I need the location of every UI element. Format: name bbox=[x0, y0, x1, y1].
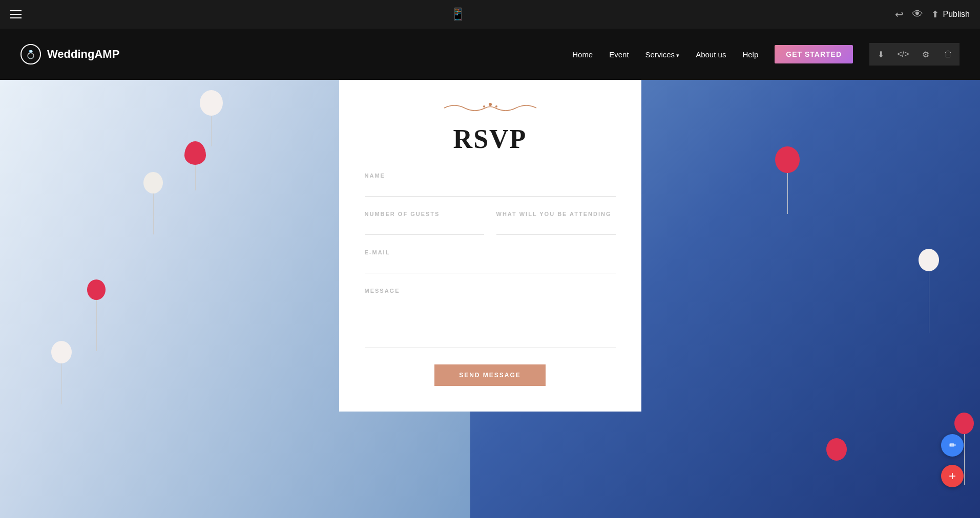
send-message-button[interactable]: SEND MESSAGE bbox=[434, 364, 546, 386]
rsvp-card: RSVP NAME NUMBER OF GUESTS WHAT WILL YOU… bbox=[339, 80, 641, 412]
email-label: E-MAIL bbox=[365, 249, 616, 255]
attending-label: WHAT WILL YOU BE ATTENDING bbox=[496, 211, 616, 217]
fab-add-button[interactable]: + bbox=[941, 465, 964, 487]
name-field-group: NAME bbox=[365, 172, 616, 197]
svg-point-2 bbox=[495, 105, 497, 107]
logo-text: WeddingAMP bbox=[47, 48, 119, 61]
code-action-button[interactable]: </> bbox=[892, 43, 914, 66]
attending-field-group: WHAT WILL YOU BE ATTENDING bbox=[496, 211, 616, 235]
site-navbar: 💍 WeddingAMP Home Event Services About u… bbox=[0, 29, 980, 80]
settings-action-button[interactable]: ⚙ bbox=[914, 43, 937, 66]
fab-edit-button[interactable]: ✏ bbox=[941, 434, 964, 457]
nav-event[interactable]: Event bbox=[609, 50, 629, 59]
attending-input[interactable] bbox=[496, 220, 616, 235]
guests-label: NUMBER OF GUESTS bbox=[365, 211, 484, 217]
name-input[interactable] bbox=[365, 182, 616, 197]
email-field-group: E-MAIL bbox=[365, 249, 616, 273]
preview-icon[interactable]: 👁 bbox=[912, 8, 923, 21]
svg-point-1 bbox=[483, 105, 485, 107]
delete-action-button[interactable]: 🗑 bbox=[937, 43, 960, 66]
get-started-button[interactable]: GET STARTED bbox=[775, 45, 853, 63]
nav-home[interactable]: Home bbox=[572, 50, 593, 59]
logo-ring-icon: 💍 bbox=[26, 50, 36, 59]
publish-button[interactable]: ⬆ Publish bbox=[931, 9, 970, 20]
publish-label: Publish bbox=[943, 10, 970, 19]
guests-input[interactable] bbox=[365, 220, 484, 235]
guests-field-group: NUMBER OF GUESTS bbox=[365, 211, 484, 235]
message-textarea[interactable] bbox=[365, 297, 616, 348]
toolbar-right: ↩ 👁 ⬆ Publish bbox=[895, 8, 970, 21]
name-label: NAME bbox=[365, 172, 616, 179]
logo-icon: 💍 bbox=[20, 44, 41, 64]
hamburger-menu[interactable] bbox=[10, 10, 22, 18]
undo-icon[interactable]: ↩ bbox=[895, 8, 904, 20]
rsvp-ornament bbox=[365, 100, 616, 116]
toolbar-left bbox=[10, 10, 22, 18]
nav-help[interactable]: Help bbox=[742, 50, 758, 59]
download-action-button[interactable]: ⬇ bbox=[869, 43, 892, 66]
nav-actions: ⬇ </> ⚙ 🗑 bbox=[869, 43, 960, 66]
svg-point-0 bbox=[489, 103, 492, 106]
plus-icon: + bbox=[949, 469, 956, 483]
nav-about[interactable]: About us bbox=[696, 50, 726, 59]
upload-icon: ⬆ bbox=[931, 9, 939, 20]
mobile-view-icon[interactable]: 📱 bbox=[450, 7, 466, 21]
top-toolbar: 📱 ↩ 👁 ⬆ Publish bbox=[0, 0, 980, 29]
main-content: RSVP NAME NUMBER OF GUESTS WHAT WILL YOU… bbox=[0, 80, 980, 518]
rsvp-title: RSVP bbox=[365, 124, 616, 154]
message-label: MESSAGE bbox=[365, 288, 616, 294]
site-logo: 💍 WeddingAMP bbox=[20, 44, 119, 64]
guests-attending-row: NUMBER OF GUESTS WHAT WILL YOU BE ATTEND… bbox=[365, 211, 616, 249]
toolbar-center: 📱 bbox=[450, 7, 466, 21]
site-nav: Home Event Services About us Help GET ST… bbox=[572, 43, 960, 66]
email-input[interactable] bbox=[365, 258, 616, 273]
message-field-group: MESSAGE bbox=[365, 288, 616, 350]
nav-services[interactable]: Services bbox=[645, 50, 680, 59]
edit-icon: ✏ bbox=[949, 440, 956, 451]
